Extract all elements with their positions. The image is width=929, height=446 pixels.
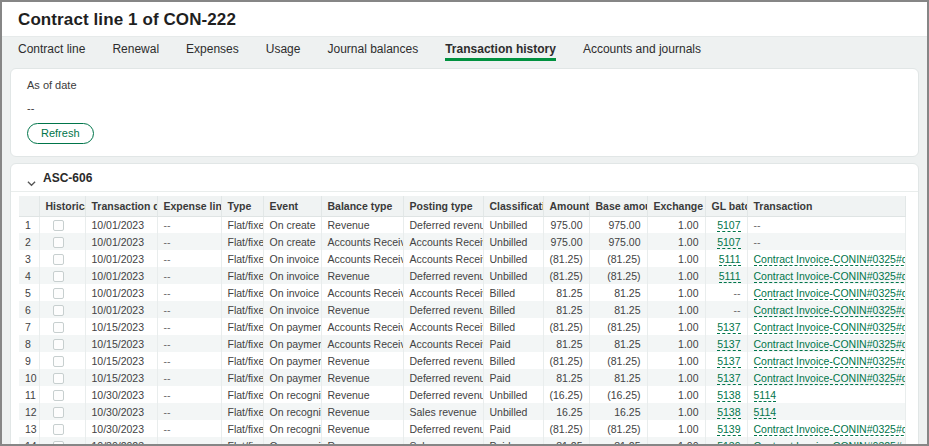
expense-line-no-cell: -- bbox=[157, 267, 221, 284]
gl-batch-link[interactable]: 5107 bbox=[717, 219, 740, 232]
historical-checkbox[interactable] bbox=[53, 407, 64, 418]
gl-batch-cell: -- bbox=[705, 284, 747, 301]
gl-batch-link[interactable]: 5137 bbox=[717, 338, 740, 351]
tab-contract-line[interactable]: Contract line bbox=[18, 37, 85, 61]
historical-checkbox[interactable] bbox=[53, 390, 64, 401]
historical-checkbox[interactable] bbox=[53, 237, 64, 248]
row-number-cell: 13 bbox=[19, 420, 39, 437]
base-amount-cell: 16.25 bbox=[589, 403, 647, 420]
row-number-cell: 10 bbox=[19, 369, 39, 386]
gl-batch-link[interactable]: 5137 bbox=[717, 372, 740, 385]
gl-batch-cell: 5137 bbox=[705, 352, 747, 369]
historical-checkbox[interactable] bbox=[53, 305, 64, 316]
expense-line-no-cell: -- bbox=[157, 216, 221, 233]
as-of-date-panel: As of date -- Refresh bbox=[10, 68, 919, 157]
exchange-rate-cell: 1.00 bbox=[647, 301, 705, 318]
column-header-exchange-rate: Exchange rate bbox=[647, 196, 705, 216]
column-header-type: Type bbox=[221, 196, 263, 216]
transaction-link[interactable]: Contract Invoice-CONIN#0325#doc bbox=[754, 270, 906, 283]
tab-renewal[interactable]: Renewal bbox=[112, 37, 159, 61]
historical-cell bbox=[39, 437, 85, 446]
type-cell: Flat/fixed bbox=[221, 233, 263, 250]
row-number-cell: 3 bbox=[19, 250, 39, 267]
expense-line-no-cell: -- bbox=[157, 386, 221, 403]
classification-cell: Paid bbox=[483, 369, 543, 386]
transaction-link[interactable]: 5114 bbox=[754, 406, 777, 419]
amount-cell: (81.25) bbox=[543, 250, 589, 267]
exchange-rate-cell: 1.00 bbox=[647, 403, 705, 420]
transaction-date-cell: 10/15/2023 bbox=[85, 352, 157, 369]
base-amount-cell: 81.25 bbox=[589, 284, 647, 301]
base-amount-cell: 81.25 bbox=[589, 437, 647, 446]
historical-checkbox[interactable] bbox=[53, 339, 64, 350]
transaction-cell: Contract Invoice-CONIN#0325#doc bbox=[747, 318, 906, 335]
transaction-link[interactable]: Contract Invoice-CONIN#0325#doc bbox=[754, 355, 906, 368]
type-cell: Flat/fixed bbox=[221, 437, 263, 446]
transaction-link[interactable]: 5114 bbox=[754, 389, 777, 402]
table-row: 1310/30/2023--Flat/fixedOn recognitionRe… bbox=[19, 420, 906, 437]
historical-checkbox[interactable] bbox=[53, 271, 64, 282]
exchange-rate-cell: 1.00 bbox=[647, 437, 705, 446]
posting-type-cell: Deferred revenue bbox=[403, 267, 483, 284]
tab-expenses[interactable]: Expenses bbox=[186, 37, 239, 61]
transaction-link[interactable]: Contract Invoice-CONIN#0325#doc bbox=[754, 338, 906, 351]
tab-journal-balances[interactable]: Journal balances bbox=[327, 37, 418, 61]
historical-checkbox[interactable] bbox=[53, 254, 64, 265]
gl-batch-link[interactable]: 5138 bbox=[717, 406, 740, 419]
historical-cell bbox=[39, 386, 85, 403]
table-row: 710/15/2023--Flat/fixedOn paymentAccount… bbox=[19, 318, 906, 335]
historical-checkbox[interactable] bbox=[53, 441, 64, 446]
classification-cell: Billed bbox=[483, 352, 543, 369]
tab-transaction-history[interactable]: Transaction history bbox=[445, 37, 556, 61]
row-number-cell: 7 bbox=[19, 318, 39, 335]
base-amount-cell: (81.25) bbox=[589, 250, 647, 267]
gl-batch-link[interactable]: 5107 bbox=[717, 236, 740, 249]
transaction-link[interactable]: Contract Invoice-CONIN#0325#doc bbox=[754, 287, 906, 300]
gl-batch-link[interactable]: 5138 bbox=[717, 389, 740, 402]
asc-606-section-header[interactable]: ASC-606 bbox=[11, 164, 918, 192]
historical-checkbox[interactable] bbox=[53, 373, 64, 384]
balance-type-cell: Revenue bbox=[321, 301, 403, 318]
transaction-link[interactable]: Contract Invoice-CONIN#0325#doc bbox=[754, 372, 906, 385]
posting-type-cell: Accounts Receivable bbox=[403, 250, 483, 267]
transaction-link[interactable]: Contract Invoice-CONIN#0325#doc bbox=[754, 440, 906, 446]
historical-checkbox[interactable] bbox=[53, 356, 64, 367]
balance-type-cell: Revenue bbox=[321, 420, 403, 437]
transaction-cell: Contract Invoice-CONIN#0325#doc bbox=[747, 352, 906, 369]
historical-checkbox[interactable] bbox=[53, 322, 64, 333]
historical-checkbox[interactable] bbox=[53, 288, 64, 299]
row-number-cell: 6 bbox=[19, 301, 39, 318]
expense-line-no-cell: -- bbox=[157, 301, 221, 318]
transaction-link[interactable]: Contract Invoice-CONIN#0325#doc bbox=[754, 253, 906, 266]
gl-batch-link[interactable]: 5137 bbox=[717, 321, 740, 334]
amount-cell: (81.25) bbox=[543, 318, 589, 335]
exchange-rate-cell: 1.00 bbox=[647, 216, 705, 233]
table-row: 1110/30/2023--Flat/fixedOn recognitionRe… bbox=[19, 386, 906, 403]
balance-type-cell: Revenue bbox=[321, 216, 403, 233]
tab-usage[interactable]: Usage bbox=[266, 37, 301, 61]
column-header-event: Event bbox=[263, 196, 321, 216]
gl-batch-link[interactable]: 5137 bbox=[717, 355, 740, 368]
column-header-classification: Classification bbox=[483, 196, 543, 216]
transaction-link[interactable]: Contract Invoice-CONIN#0325#doc bbox=[754, 304, 906, 317]
historical-checkbox[interactable] bbox=[53, 424, 64, 435]
tab-accounts-and-journals[interactable]: Accounts and journals bbox=[583, 37, 701, 61]
classification-cell: Paid bbox=[483, 420, 543, 437]
classification-cell: Unbilled bbox=[483, 233, 543, 250]
transaction-link[interactable]: Contract Invoice-CONIN#0325#doc bbox=[754, 321, 906, 334]
gl-batch-link[interactable]: 5139 bbox=[717, 423, 740, 436]
gl-batch-link[interactable]: 5111 bbox=[719, 253, 741, 266]
transaction-link[interactable]: Contract Invoice-CONIN#0325#doc bbox=[754, 423, 906, 436]
base-amount-cell: 81.25 bbox=[589, 369, 647, 386]
refresh-button[interactable]: Refresh bbox=[27, 123, 94, 144]
transaction-table-wrap: HistoricalTransaction dateExpense line n… bbox=[11, 192, 918, 446]
amount-cell: 81.25 bbox=[543, 369, 589, 386]
transaction-cell: -- bbox=[747, 216, 906, 233]
column-header-posting-type: Posting type bbox=[403, 196, 483, 216]
historical-checkbox[interactable] bbox=[53, 220, 64, 231]
event-cell: On create bbox=[263, 233, 321, 250]
title-bar: Contract line 1 of CON-222 bbox=[2, 2, 927, 36]
transaction-date-cell: 10/01/2023 bbox=[85, 233, 157, 250]
gl-batch-link[interactable]: 5139 bbox=[717, 440, 740, 446]
gl-batch-link[interactable]: 5111 bbox=[719, 270, 741, 283]
